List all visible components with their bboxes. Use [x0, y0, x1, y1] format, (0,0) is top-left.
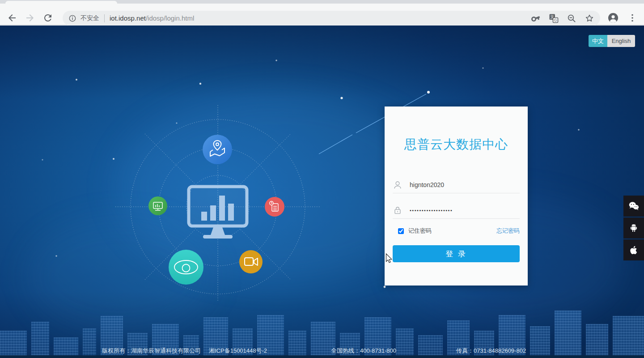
page-url: iot.idosp.net/idosp/login.html — [110, 14, 194, 22]
login-card: 思普云大数据中心 记住密码 忘记密码 登 录 — [385, 107, 528, 286]
username-input[interactable] — [410, 181, 520, 188]
back-button[interactable] — [7, 13, 17, 23]
url-separator — [104, 14, 105, 22]
bookmark-star-icon[interactable] — [584, 13, 595, 24]
username-field-row — [393, 176, 520, 193]
forward-button[interactable] — [25, 13, 35, 23]
footer-copyright: 版权所有：湖南华辰智通科技有限公司湘ICP备15001448号-2 — [102, 347, 267, 355]
android-button[interactable] — [623, 217, 644, 239]
city-skyline — [0, 315, 644, 355]
reload-button[interactable] — [42, 13, 53, 23]
lang-english-button[interactable]: English — [607, 35, 635, 47]
zoom-out-icon[interactable] — [566, 13, 577, 24]
map-pin-icon — [203, 135, 232, 164]
security-label: 不安全 — [80, 14, 99, 22]
profile-avatar-icon[interactable] — [608, 13, 619, 23]
login-title: 思普云大数据中心 — [385, 136, 528, 153]
browser-menu-icon[interactable] — [627, 13, 638, 23]
video-camera-icon — [239, 250, 263, 273]
password-field-row — [393, 202, 520, 219]
lock-icon — [393, 205, 402, 216]
footer-fax: 传真：0731-84882609-802 — [456, 347, 526, 355]
footer-hotline: 全国热线：400-8731-800 — [331, 347, 396, 355]
login-page: 中文 English — [0, 26, 644, 358]
android-icon — [628, 223, 639, 234]
monitor-chart-icon — [148, 196, 167, 215]
user-icon — [393, 179, 402, 190]
login-options-row: 记住密码 忘记密码 — [393, 225, 520, 237]
lang-chinese-button[interactable]: 中文 — [589, 35, 607, 47]
bottom-strip — [0, 355, 644, 358]
login-button[interactable]: 登 录 — [393, 245, 520, 262]
password-input[interactable] — [410, 208, 520, 213]
iot-radial-diagram — [103, 92, 333, 322]
remember-password-label: 记住密码 — [408, 227, 432, 235]
wechat-button[interactable] — [623, 196, 644, 217]
address-bar[interactable]: 不安全 iot.idosp.net/idosp/login.html 文G — [63, 11, 600, 26]
eye-icon — [169, 250, 203, 285]
tab-strip — [0, 0, 644, 4]
translate-icon[interactable]: 文G — [548, 13, 559, 24]
report-icon — [265, 197, 284, 217]
mouse-cursor — [386, 253, 393, 264]
browser-toolbar: 不安全 iot.idosp.net/idosp/login.html 文G — [0, 4, 644, 25]
svg-text:G: G — [554, 18, 557, 22]
apple-button[interactable] — [623, 239, 644, 260]
password-key-icon[interactable] — [530, 13, 541, 24]
browser-chrome: 不安全 iot.idosp.net/idosp/login.html 文G — [0, 0, 644, 26]
forgot-password-link[interactable]: 忘记密码 — [496, 227, 520, 235]
apple-icon — [628, 245, 639, 256]
wechat-icon — [628, 200, 640, 212]
language-toggle: 中文 English — [589, 35, 635, 47]
social-rail — [623, 196, 644, 260]
info-icon[interactable] — [68, 14, 77, 23]
remember-password-checkbox[interactable] — [398, 228, 404, 234]
